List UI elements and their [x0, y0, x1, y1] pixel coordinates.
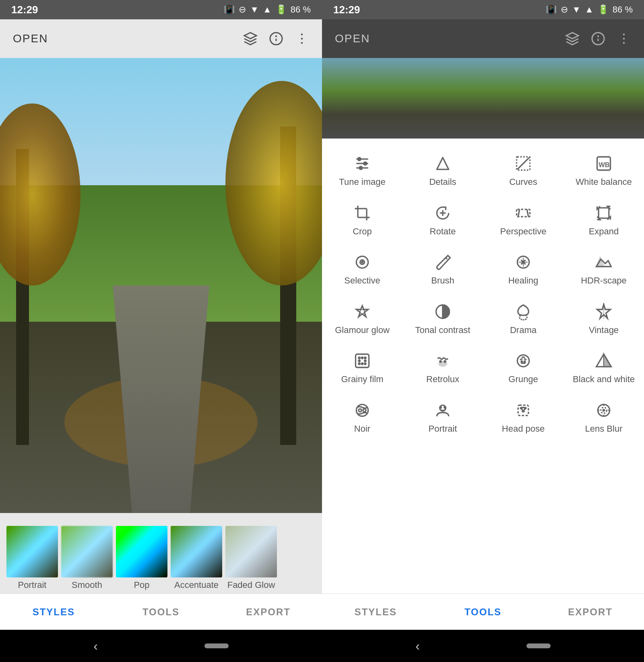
- tools-row-0: Tune image Details: [322, 147, 644, 196]
- battery-percent-r: 86 %: [613, 4, 633, 15]
- left-info-icon[interactable]: [269, 31, 283, 46]
- style-accentuate[interactable]: Accentuate: [171, 526, 222, 590]
- dnd-icon: ⊖: [239, 4, 246, 15]
- tool-perspective[interactable]: Perspective: [483, 196, 564, 246]
- style-label-accentuate: Accentuate: [174, 580, 219, 590]
- back-button-right[interactable]: ‹: [415, 639, 420, 654]
- tool-lens-blur[interactable]: Lens Blur: [564, 393, 644, 443]
- style-faded-glow[interactable]: Faded Glow: [225, 526, 277, 590]
- right-nav-tools[interactable]: TOOLS: [429, 606, 537, 618]
- tool-rotate[interactable]: Rotate: [402, 196, 483, 246]
- brush-icon: [434, 253, 452, 271]
- tool-retrolux[interactable]: Retrolux: [402, 344, 483, 393]
- tool-details[interactable]: Details: [402, 147, 483, 196]
- details-icon: [434, 155, 452, 172]
- tool-drama[interactable]: Drama: [483, 295, 564, 344]
- tool-noir[interactable]: Noir: [322, 393, 402, 443]
- tool-label-selective: Selective: [344, 275, 380, 287]
- svg-point-4: [301, 33, 303, 35]
- battery-percent: 86 %: [291, 4, 311, 15]
- tool-black-white[interactable]: Black and white: [564, 344, 644, 393]
- noir-icon: [353, 401, 371, 419]
- svg-point-50: [365, 357, 366, 359]
- tonal-icon: [434, 303, 452, 321]
- tool-hdr-scape[interactable]: HDR-scape: [564, 245, 644, 295]
- right-nav-export[interactable]: EXPORT: [537, 606, 644, 618]
- right-panel: OPEN: [322, 19, 644, 630]
- svg-point-69: [440, 407, 442, 408]
- left-nav-export[interactable]: EXPORT: [215, 606, 322, 618]
- right-info-icon[interactable]: [591, 31, 605, 46]
- svg-point-51: [359, 360, 360, 362]
- left-app-title: OPEN: [13, 32, 48, 45]
- tools-row-3: Glamour glow Tonal contrast: [322, 295, 644, 344]
- tool-portrait-tool[interactable]: Portrait: [402, 393, 483, 443]
- svg-point-53: [359, 363, 360, 365]
- right-app-title: OPEN: [335, 32, 370, 45]
- healing-icon: [514, 253, 532, 271]
- right-more-icon[interactable]: [617, 31, 631, 46]
- right-time: 12:29: [333, 4, 360, 16]
- svg-point-52: [365, 360, 366, 362]
- tool-curves[interactable]: Curves: [483, 147, 564, 196]
- right-nav-styles[interactable]: STYLES: [322, 606, 429, 618]
- tool-expand[interactable]: Expand: [564, 196, 644, 246]
- signal-icon: ▲: [263, 4, 272, 15]
- svg-point-34: [361, 261, 363, 263]
- tool-glamour-glow[interactable]: Glamour glow: [322, 295, 402, 344]
- svg-point-17: [358, 157, 361, 160]
- battery-icon-r: 🔋: [598, 4, 609, 15]
- right-status-icons: 📳 ⊖ ▼ ▲ 🔋 86 %: [546, 4, 633, 15]
- tool-label-tonal-contrast: Tonal contrast: [415, 325, 471, 336]
- home-button-left[interactable]: [204, 643, 229, 648]
- tool-tonal-contrast[interactable]: Tonal contrast: [402, 295, 483, 344]
- style-smooth[interactable]: Smooth: [61, 526, 113, 590]
- left-nav-styles[interactable]: STYLES: [0, 606, 107, 618]
- tool-label-tune-image: Tune image: [339, 176, 385, 188]
- svg-text:WB: WB: [599, 161, 610, 168]
- tool-label-healing: Healing: [508, 275, 539, 287]
- style-thumb-pop: [116, 526, 167, 577]
- tool-crop[interactable]: Crop: [322, 196, 402, 246]
- styles-strip: Portrait Smooth Pop Accentuate: [0, 513, 322, 594]
- tool-label-perspective: Perspective: [500, 226, 547, 238]
- tool-label-curves: Curves: [509, 176, 537, 188]
- svg-marker-0: [244, 33, 256, 39]
- style-portrait[interactable]: Portrait: [6, 526, 58, 590]
- tune-icon: [353, 155, 371, 172]
- back-button-left[interactable]: ‹: [93, 639, 98, 654]
- tool-label-brush: Brush: [431, 275, 454, 287]
- left-more-icon[interactable]: [295, 31, 309, 46]
- right-app-bar-right: [565, 31, 631, 46]
- left-image-area: [0, 58, 322, 513]
- svg-point-6: [301, 42, 303, 44]
- svg-point-48: [359, 357, 360, 359]
- style-label-smooth: Smooth: [72, 580, 102, 590]
- svg-point-60: [521, 361, 522, 362]
- headpose-icon: [514, 401, 532, 419]
- style-thumb-accentuate: [171, 526, 222, 577]
- style-label-faded-glow: Faded Glow: [227, 580, 275, 590]
- tool-grunge[interactable]: Grunge: [483, 344, 564, 393]
- tool-healing[interactable]: Healing: [483, 245, 564, 295]
- tool-tune-image[interactable]: Tune image: [322, 147, 402, 196]
- home-button-right[interactable]: [526, 643, 551, 648]
- tool-grainy-film[interactable]: Grainy film: [322, 344, 402, 393]
- tool-label-white-balance: White balance: [576, 176, 632, 188]
- dnd-icon-r: ⊖: [561, 4, 568, 15]
- status-bar-left: 12:29 📳 ⊖ ▼ ▲ 🔋 86 %: [0, 4, 322, 16]
- tool-brush[interactable]: Brush: [402, 245, 483, 295]
- tool-head-pose[interactable]: Head pose: [483, 393, 564, 443]
- bw-icon: [595, 352, 613, 370]
- photo: [0, 58, 322, 513]
- left-layers-icon[interactable]: [243, 31, 258, 46]
- tool-vintage[interactable]: Vintage: [564, 295, 644, 344]
- style-thumb-faded: [225, 526, 277, 577]
- tool-selective[interactable]: Selective: [322, 245, 402, 295]
- tool-white-balance[interactable]: WB White balance: [564, 147, 644, 196]
- style-pop[interactable]: Pop: [116, 526, 167, 590]
- right-layers-icon[interactable]: [565, 31, 580, 46]
- portrait-tool-icon: [434, 401, 452, 419]
- style-thumb-portrait: [6, 526, 58, 577]
- left-nav-tools[interactable]: TOOLS: [107, 606, 215, 618]
